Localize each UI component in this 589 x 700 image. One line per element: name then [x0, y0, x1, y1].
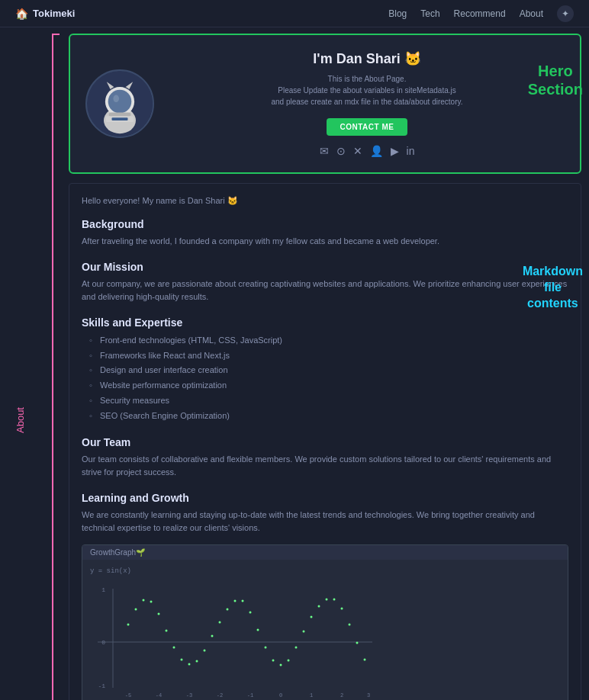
- svg-point-29: [166, 629, 168, 631]
- svg-point-42: [265, 646, 267, 648]
- list-item: Frameworks like React and Next.js: [89, 348, 568, 364]
- code-block-body: y = sin(x) 1 0 -1 -5 -4 -3 -2: [82, 560, 568, 700]
- svg-point-37: [227, 608, 229, 610]
- svg-point-49: [318, 605, 320, 607]
- graph-dots: [127, 598, 366, 666]
- svg-point-50: [326, 598, 328, 600]
- email-icon[interactable]: ✉: [320, 145, 329, 157]
- svg-point-24: [127, 623, 130, 625]
- svg-point-31: [181, 658, 183, 660]
- md-heading-team: Our Team: [82, 436, 568, 448]
- svg-point-52: [341, 607, 343, 609]
- contact-button[interactable]: CONTACT ME: [327, 118, 408, 136]
- svg-text:-3: -3: [186, 692, 192, 698]
- code-line: y = sin(x): [90, 567, 560, 575]
- svg-point-43: [272, 659, 275, 661]
- linkedin-icon[interactable]: in: [407, 145, 415, 157]
- nav-links: Blog Tech Recommend About ✦: [388, 5, 574, 22]
- svg-point-28: [158, 612, 160, 615]
- svg-point-41: [257, 628, 259, 631]
- navbar: 🏠 Tokimeki Blog Tech Recommend About ✦: [0, 0, 589, 27]
- hero-subtitle: This is the About Page. Please Update th…: [169, 73, 565, 108]
- svg-point-54: [356, 641, 359, 644]
- hero-avatar: [85, 69, 154, 138]
- svg-text:1: 1: [310, 692, 313, 698]
- twitter-icon[interactable]: ✕: [353, 145, 362, 157]
- svg-text:-5: -5: [125, 692, 131, 698]
- skills-list: Front-end technologies (HTML, CSS, JavaS…: [82, 333, 568, 424]
- svg-point-27: [150, 600, 153, 602]
- about-bracket-top: [52, 34, 60, 35]
- svg-text:-1: -1: [98, 682, 105, 689]
- facebook-icon[interactable]: 👤: [370, 145, 383, 157]
- svg-point-32: [188, 663, 191, 665]
- svg-point-36: [219, 621, 221, 623]
- main-content: I'm Dan Shari 🐱 This is the About Page. …: [61, 27, 589, 700]
- svg-point-26: [143, 599, 145, 601]
- svg-point-40: [249, 611, 252, 613]
- svg-text:2: 2: [340, 692, 343, 698]
- svg-text:-1: -1: [247, 692, 253, 698]
- avatar-image: [87, 69, 153, 138]
- svg-point-38: [234, 599, 237, 602]
- svg-point-45: [288, 659, 290, 661]
- svg-point-48: [311, 615, 313, 618]
- svg-point-55: [364, 658, 366, 660]
- svg-point-3: [108, 90, 132, 114]
- svg-text:0: 0: [101, 639, 105, 646]
- svg-point-44: [280, 663, 282, 666]
- svg-point-53: [349, 623, 351, 625]
- svg-text:-4: -4: [156, 692, 162, 698]
- svg-rect-9: [111, 117, 127, 120]
- hero-text: I'm Dan Shari 🐱 This is the About Page. …: [169, 50, 565, 157]
- list-item: Security measures: [89, 393, 568, 409]
- about-label: About: [14, 407, 26, 433]
- code-block-header: GrowthGraph🌱: [82, 545, 568, 560]
- nav-tech[interactable]: Tech: [420, 8, 439, 19]
- svg-point-33: [196, 660, 198, 662]
- md-para-team: Our team consists of collaborative and f…: [82, 453, 568, 480]
- svg-point-39: [242, 599, 244, 602]
- md-heading-mission: Our Mission: [82, 261, 568, 273]
- hero-title: I'm Dan Shari 🐱: [169, 50, 565, 67]
- about-bracket-line: [52, 34, 53, 700]
- brand-name: Tokimeki: [33, 8, 75, 19]
- md-intro: Hello everyone! My name is Dan Shari 🐱: [82, 196, 568, 206]
- md-heading-background: Background: [82, 218, 568, 230]
- nav-recommend[interactable]: Recommend: [454, 8, 506, 19]
- md-para-background: After traveling the world, I founded a c…: [82, 235, 568, 249]
- svg-point-51: [333, 598, 336, 600]
- md-para-growth: We are constantly learning and staying u…: [82, 509, 568, 535]
- nav-blog[interactable]: Blog: [388, 8, 407, 19]
- markdown-label: Markdown file contents: [523, 264, 583, 311]
- hero-section: I'm Dan Shari 🐱 This is the About Page. …: [69, 34, 581, 174]
- svg-text:1: 1: [101, 586, 105, 593]
- list-item: SEO (Search Engine Optimization): [89, 409, 568, 424]
- brand[interactable]: 🏠 Tokimeki: [15, 8, 75, 20]
- svg-point-6: [113, 95, 119, 103]
- code-block: GrowthGraph🌱 y = sin(x) 1 0 -1 -5: [82, 544, 568, 700]
- about-sidebar: About: [0, 27, 61, 700]
- theme-toggle-button[interactable]: ✦: [557, 5, 574, 22]
- growth-graph-svg: 1 0 -1 -5 -4 -3 -2 -1 0 1 2 3: [90, 581, 380, 700]
- svg-point-30: [173, 646, 175, 648]
- list-item: Design and user interface creation: [89, 363, 568, 378]
- brand-icon: 🏠: [15, 8, 28, 20]
- md-heading-skills: Skills and Expertise: [82, 316, 568, 329]
- svg-point-35: [211, 634, 214, 637]
- hero-section-label: Hero Section: [528, 62, 583, 98]
- nav-about[interactable]: About: [520, 8, 543, 19]
- github-icon[interactable]: ⊙: [336, 145, 346, 157]
- svg-point-34: [204, 649, 206, 651]
- svg-text:3: 3: [367, 692, 370, 698]
- markdown-content: Hello everyone! My name is Dan Shari 🐱 B…: [69, 183, 581, 700]
- md-heading-growth: Learning and Growth: [82, 492, 568, 504]
- theme-icon: ✦: [562, 8, 569, 19]
- svg-text:0: 0: [279, 692, 282, 698]
- svg-point-47: [303, 630, 305, 632]
- youtube-icon[interactable]: ▶: [391, 145, 399, 157]
- svg-text:-2: -2: [217, 692, 223, 698]
- list-item: Front-end technologies (HTML, CSS, JavaS…: [89, 333, 568, 348]
- list-item: Website performance optimization: [89, 378, 568, 393]
- social-icons: ✉ ⊙ ✕ 👤 ▶ in: [169, 145, 565, 157]
